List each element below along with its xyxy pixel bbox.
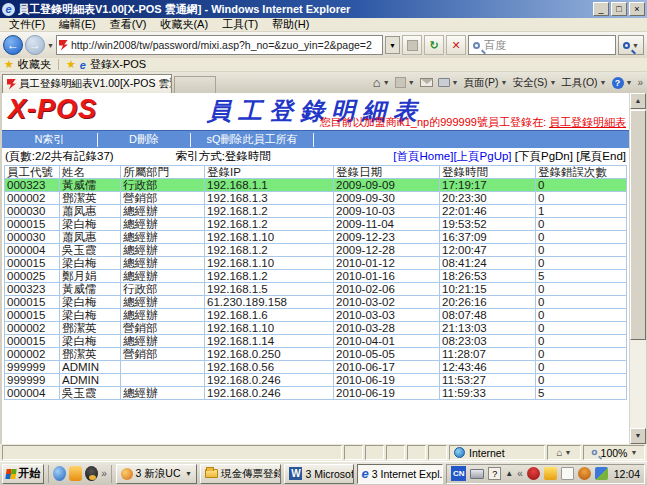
tab-active[interactable]: 員工登錄明細表V1.00[X-POS 雲通網] — [2, 74, 172, 93]
menu-tools[interactable]: 工具(T) — [215, 17, 265, 32]
delete-all-button[interactable]: sQ刪除此員工所有 — [191, 131, 313, 148]
network-tray-icon[interactable] — [595, 467, 608, 480]
print-dropdown-icon[interactable]: ▼ — [452, 79, 459, 86]
back-button[interactable]: ← — [3, 35, 23, 55]
more-commands-chevron[interactable]: » — [637, 77, 643, 88]
quicklaunch-uc-icon[interactable] — [53, 466, 66, 481]
feeds-button[interactable]: ▼ — [395, 77, 415, 88]
scrollbar-thumb[interactable] — [630, 110, 646, 340]
safety-menu-label: 安全(S) — [512, 76, 547, 90]
maximize-button[interactable]: □ — [611, 2, 627, 16]
tray-expand-icon[interactable]: ▲ — [505, 469, 513, 478]
address-input[interactable]: http://win2008/tw/password/mixi.asp?h_no… — [71, 39, 380, 51]
forward-button[interactable]: → — [25, 35, 45, 55]
table-row[interactable]: 000002鄧潔英營銷部192.168.0.2502010-05-0511:28… — [5, 348, 627, 361]
history-dropdown-icon[interactable]: ▼ — [47, 42, 54, 49]
favorites-bar: ★ 收藏夹 ★ e 登錄X-POS — [0, 58, 647, 72]
minimize-button[interactable]: _ — [593, 2, 609, 16]
page-menu-button[interactable]: 頁面(P) ▼ — [464, 76, 508, 90]
table-row[interactable]: 000015梁白梅總經辦61.230.189.1582010-03-0220:2… — [5, 296, 627, 309]
favorites-star-icon[interactable]: ★ — [4, 59, 14, 70]
scroll-down-icon[interactable]: ▼ — [630, 428, 646, 444]
favorite-link[interactable]: 登錄X-POS — [90, 57, 146, 72]
taskbar-button-sina-uc[interactable]: 3 新浪UC ▼ — [116, 464, 197, 484]
command-bar: ⌂ ▼ ▼ ▼ 頁面(P) ▼ 安全(S) ▼ 工 — [373, 72, 645, 93]
taskbar-button-label: 3 新浪UC — [136, 467, 181, 481]
safety-menu-button[interactable]: 安全(S) ▼ — [512, 76, 556, 90]
table-row[interactable]: 000015梁白梅總經辦192.168.1.142010-04-0108:23:… — [5, 335, 627, 348]
quicklaunch-mail-icon[interactable] — [69, 466, 82, 481]
table-row[interactable]: 000002鄧潔英營銷部192.168.1.32009-09-3020:23:3… — [5, 192, 627, 205]
search-options-icon[interactable]: ▼ — [632, 42, 639, 49]
table-row[interactable]: 000015梁白梅總經辦192.168.1.102010-01-1208:41:… — [5, 257, 627, 270]
table-row[interactable]: 000323黃威儒行政部192.168.1.52010-02-0610:21:1… — [5, 283, 627, 296]
taskbar-button-ie[interactable]: e 3 Internet Expl... ▼ — [357, 464, 444, 484]
compatibility-view-button[interactable] — [402, 35, 422, 55]
address-dropdown-button[interactable]: ▼ — [385, 36, 400, 54]
menu-file[interactable]: 文件(F) — [2, 17, 52, 32]
scroll-up-icon[interactable]: ▲ — [630, 93, 646, 109]
pagination-home-link[interactable]: [首頁Home] — [393, 150, 453, 162]
menu-help[interactable]: 帮助(H) — [265, 17, 316, 32]
search-input[interactable]: 百度 — [484, 38, 506, 53]
table-cell: 08:41:24 — [440, 257, 536, 270]
pagination-prev-link[interactable]: [上頁PgUp] — [453, 150, 511, 162]
quicklaunch-overflow-chevron[interactable]: » — [101, 468, 107, 479]
notepad-tray-icon[interactable] — [561, 467, 574, 480]
menu-view[interactable]: 查看(V) — [103, 17, 154, 32]
table-row[interactable]: 000015梁白梅總經辦192.168.1.62010-03-0308:07:4… — [5, 309, 627, 322]
help-button[interactable]: ? ▼ — [612, 77, 633, 89]
index-button[interactable]: N索引 — [2, 131, 97, 148]
table-row[interactable]: 000030蕭凤惠總經辦192.168.1.22009-10-0322:01:4… — [5, 205, 627, 218]
vertical-scrollbar[interactable]: ▲ ▼ — [629, 93, 646, 444]
protected-mode-panel[interactable]: ⌂ ▼ — [547, 445, 581, 460]
add-favorite-star-icon[interactable]: ★ — [66, 59, 76, 70]
favorites-label[interactable]: 收藏夹 — [18, 57, 51, 72]
table-cell: 08:23:03 — [440, 335, 536, 348]
home-button[interactable]: ⌂ ▼ — [373, 75, 390, 90]
taskbar-button-office[interactable]: W 3 Microsoft Off... ▼ — [284, 464, 353, 484]
table-cell: 2009-12-23 — [334, 231, 440, 244]
printer-tray-icon[interactable] — [470, 469, 484, 479]
print-button[interactable]: ▼ — [438, 78, 459, 87]
search-box[interactable]: 百度 — [468, 35, 616, 55]
feeds-dropdown-icon[interactable]: ▼ — [408, 79, 415, 86]
delete-button[interactable]: D刪除 — [98, 131, 190, 148]
table-row[interactable]: 000015梁白梅總經辦192.168.1.22009-11-0419:53:5… — [5, 218, 627, 231]
qq-tray-icon[interactable] — [527, 467, 540, 480]
read-mail-button[interactable] — [420, 78, 433, 87]
stop-button[interactable]: ✕ — [446, 35, 466, 55]
new-tab-button[interactable] — [174, 76, 216, 93]
table-row[interactable]: 000004吳玉霞總經辦192.168.0.2462010-06-1911:59… — [5, 387, 627, 400]
group-dropdown-icon[interactable]: ▼ — [185, 470, 192, 477]
tools-menu-button[interactable]: 工具(O) ▼ — [561, 76, 606, 90]
start-button[interactable]: 开始 — [2, 464, 44, 484]
table-row[interactable]: 000323黃威儒行政部192.168.1.12009-09-0917:19:1… — [5, 179, 627, 192]
tray-overflow-chevron[interactable]: « — [517, 468, 523, 479]
tray-app-icon[interactable] — [544, 467, 557, 480]
qq2-tray-icon[interactable] — [578, 467, 591, 480]
quicklaunch-qq-icon[interactable] — [85, 466, 98, 481]
table-row[interactable]: 000030蕭凤惠總經辦192.168.1.102009-12-2316:37:… — [5, 231, 627, 244]
table-row[interactable]: 000004吳玉霞總經辦192.168.1.22009-12-2812:00:4… — [5, 244, 627, 257]
table-cell: 000002 — [5, 348, 60, 361]
table-row[interactable]: 000002鄧潔英營銷部192.168.1.102010-03-2821:13:… — [5, 322, 627, 335]
taskbar-button-cash-voucher[interactable]: 現金傳票登錄 — [200, 464, 281, 484]
menu-edit[interactable]: 編輯(E) — [52, 17, 103, 32]
table-row[interactable]: 000025鄭月娟總經辦192.168.1.22010-01-1618:26:5… — [5, 270, 627, 283]
refresh-button[interactable]: ↻ — [424, 35, 444, 55]
menu-favorites[interactable]: 收藏夹(A) — [153, 17, 215, 32]
table-cell: 192.168.1.10 — [205, 257, 334, 270]
close-button[interactable]: × — [629, 2, 645, 16]
help-tray-icon[interactable]: ? — [488, 467, 501, 480]
search-go-button[interactable]: ▼ — [618, 35, 644, 55]
zoom-control[interactable]: 100% ▼ — [583, 445, 645, 460]
table-row[interactable]: 999999ADMIN192.168.0.2462010-06-1911:53:… — [5, 374, 627, 387]
windows-taskbar: 开始 » 3 新浪UC ▼ 現金傳票登錄 W 3 Microsoft Off..… — [0, 461, 647, 485]
zone-dropdown-icon[interactable]: ▼ — [565, 449, 572, 456]
table-row[interactable]: 999999ADMIN192.168.0.562010-06-1712:43:4… — [5, 361, 627, 374]
zoom-dropdown-icon[interactable]: ▼ — [630, 449, 637, 456]
ie-icon: e — [2, 3, 15, 16]
language-indicator[interactable]: CN — [451, 466, 466, 481]
home-dropdown-icon[interactable]: ▼ — [383, 79, 390, 86]
